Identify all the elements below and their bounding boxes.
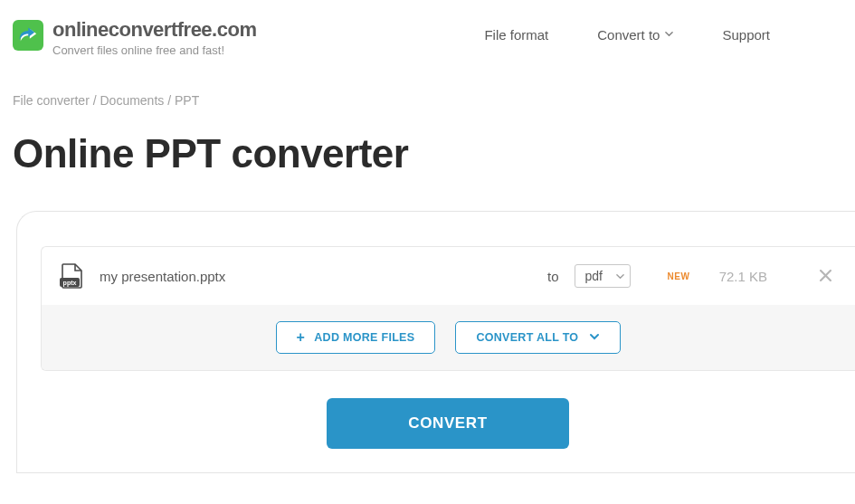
file-size: 72.1 KB: [719, 269, 767, 284]
plus-icon: +: [297, 330, 306, 345]
nav-support-label: Support: [722, 27, 770, 43]
brand[interactable]: onlineconvertfree.com Convert files onli…: [13, 18, 256, 57]
chevron-down-icon: [616, 269, 624, 283]
convert-button[interactable]: CONVERT: [327, 398, 568, 449]
file-list: pptx my presentation.pptx to pdf NEW 72.…: [41, 246, 855, 371]
format-select-value: pdf: [584, 269, 602, 283]
breadcrumb-root[interactable]: File converter: [13, 93, 90, 108]
logo-icon: [13, 20, 43, 51]
breadcrumb-current: PPT: [175, 93, 199, 108]
converter-panel: pptx my presentation.pptx to pdf NEW 72.…: [16, 211, 855, 473]
brand-title: onlineconvertfree.com: [52, 18, 256, 42]
convert-row: CONVERT: [41, 371, 855, 449]
file-row: pptx my presentation.pptx to pdf NEW 72.…: [42, 247, 855, 305]
nav-file-format-label: File format: [484, 27, 548, 43]
new-badge: NEW: [667, 271, 689, 281]
nav-convert-to[interactable]: Convert to: [597, 27, 673, 43]
main-nav: File format Convert to Support: [484, 27, 770, 43]
breadcrumb-category[interactable]: Documents: [100, 93, 164, 108]
file-name: my presentation.pptx: [100, 269, 531, 284]
brand-tagline: Convert files online free and fast!: [52, 43, 256, 57]
chevron-down-icon: [665, 30, 673, 40]
page-title: Online PPT converter: [0, 108, 855, 176]
add-more-files-label: ADD MORE FILES: [314, 331, 414, 344]
remove-file-button[interactable]: [820, 267, 831, 286]
nav-file-format[interactable]: File format: [484, 27, 548, 43]
convert-all-to-button[interactable]: CONVERT ALL TO: [455, 321, 621, 354]
nav-support[interactable]: Support: [722, 27, 770, 43]
add-more-files-button[interactable]: + ADD MORE FILES: [276, 321, 436, 354]
to-label: to: [547, 269, 559, 284]
chevron-down-icon: [589, 331, 600, 345]
nav-convert-to-label: Convert to: [597, 27, 660, 43]
actions-row: + ADD MORE FILES CONVERT ALL TO: [42, 305, 855, 370]
convert-all-to-label: CONVERT ALL TO: [476, 331, 578, 344]
breadcrumb: File converter / Documents / PPT: [0, 57, 855, 108]
close-icon: [820, 270, 831, 281]
file-type-icon: pptx: [60, 263, 83, 289]
format-select[interactable]: pdf: [575, 264, 631, 288]
convert-button-label: CONVERT: [408, 414, 487, 432]
svg-text:pptx: pptx: [63, 280, 77, 287]
